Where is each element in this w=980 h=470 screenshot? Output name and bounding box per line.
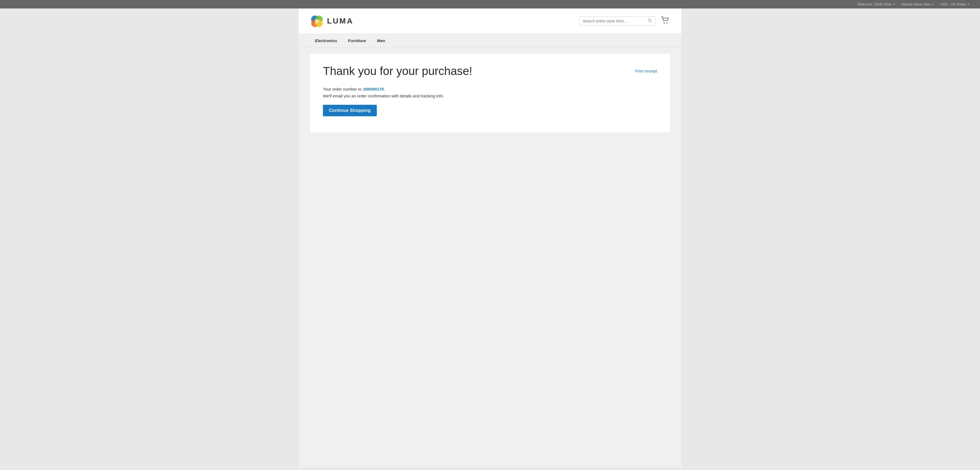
topbar: Welcome, Smith Doe! ▾ Default Store View… (0, 0, 980, 8)
main-content: Thank you for your purchase! Print recei… (299, 48, 681, 139)
page-wrapper: LUMA (299, 8, 681, 468)
success-card: Thank you for your purchase! Print recei… (310, 53, 670, 133)
currency-dropdown[interactable]: USD - US Dollar ▾ (940, 2, 969, 6)
success-header: Thank you for your purchase! Print recei… (323, 64, 657, 78)
welcome-dropdown[interactable]: Welcome, Smith Doe! ▾ (857, 2, 894, 6)
nav-list: Electronics Furniture Men (310, 34, 670, 47)
nav-item-furniture[interactable]: Furniture (343, 34, 372, 47)
continue-shopping-button[interactable]: Continue Shopping (323, 105, 377, 116)
logo-text: LUMA (327, 17, 353, 25)
search-box[interactable] (579, 16, 656, 26)
order-period: . (384, 87, 385, 91)
site-header: LUMA (299, 8, 681, 34)
currency-text: USD - US Dollar (940, 2, 966, 6)
cart-icon (661, 16, 670, 24)
currency-chevron-icon: ▾ (968, 3, 969, 6)
order-info: Your order number is: 000000175. We'll e… (323, 87, 657, 98)
nav-item-electronics[interactable]: Electronics (310, 34, 343, 47)
welcome-chevron-icon: ▾ (893, 3, 895, 6)
cart-button[interactable] (660, 15, 670, 27)
order-prefix: Your order number is: (323, 87, 363, 91)
email-confirmation-text: We'll email you an order confirmation wi… (323, 94, 657, 98)
store-view-text: Default Store View (901, 2, 931, 6)
nav-link-furniture[interactable]: Furniture (343, 34, 372, 47)
search-button[interactable] (648, 18, 652, 24)
svg-line-6 (651, 21, 652, 22)
search-input[interactable] (583, 19, 648, 23)
success-title: Thank you for your purchase! (323, 64, 472, 78)
nav-item-men[interactable]: Men (372, 34, 391, 47)
logo[interactable]: LUMA (310, 14, 353, 28)
order-number: 000000175 (363, 87, 384, 91)
svg-point-4 (315, 19, 319, 24)
svg-point-7 (663, 22, 665, 24)
print-receipt-link[interactable]: Print receipt (635, 69, 657, 73)
store-view-dropdown[interactable]: Default Store View ▾ (901, 2, 934, 6)
nav-link-electronics[interactable]: Electronics (310, 34, 343, 47)
order-number-text: Your order number is: 000000175. (323, 87, 657, 91)
main-nav: Electronics Furniture Men (299, 34, 681, 48)
nav-link-men[interactable]: Men (372, 34, 391, 47)
svg-point-8 (667, 22, 667, 24)
header-right (579, 15, 670, 27)
search-icon (648, 18, 652, 23)
luma-logo-icon (310, 14, 324, 28)
store-view-chevron-icon: ▾ (932, 3, 934, 6)
welcome-text: Welcome, Smith Doe! (857, 2, 891, 6)
